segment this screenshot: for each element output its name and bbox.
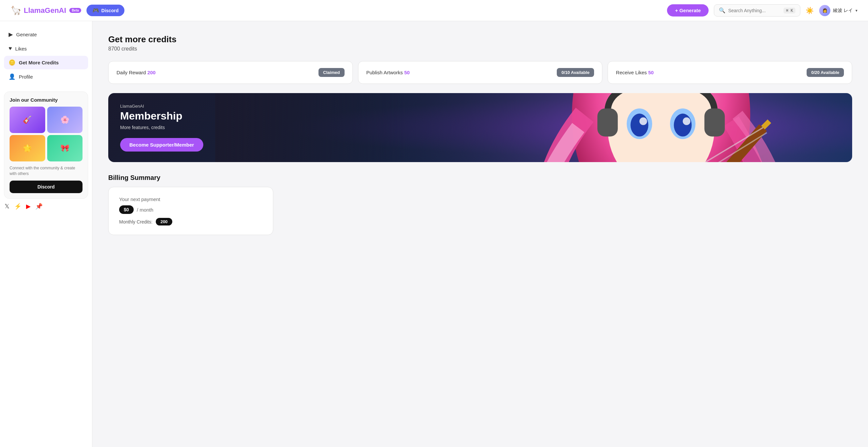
membership-subtitle: More features, credits: [120, 125, 203, 130]
avatar: 👩: [819, 5, 830, 16]
membership-title: Membership: [120, 110, 203, 122]
search-shortcut: ⌘ K: [783, 8, 796, 13]
daily-reward-badge[interactable]: Claimed: [318, 68, 345, 77]
sidebar-item-likes[interactable]: ♥ Likes: [4, 42, 88, 55]
profile-icon: 👤: [8, 73, 16, 80]
community-thumb-4: 🎀: [47, 135, 83, 161]
x-twitter-icon[interactable]: 𝕏: [5, 203, 9, 210]
membership-art: [215, 93, 852, 162]
svg-point-9: [630, 114, 648, 136]
sidebar-item-generate[interactable]: ▶ Generate: [4, 28, 88, 41]
community-thumb-2: 🌸: [47, 107, 83, 133]
publish-reward-label: Publish Artworks 50: [366, 70, 410, 75]
sidebar: ▶ Generate ♥ Likes 🪙 Get More Credits 👤 …: [0, 21, 92, 447]
likes-reward-label: Receive Likes 50: [616, 70, 653, 75]
sidebar-label-get-more-credits: Get More Credits: [19, 60, 59, 65]
search-input[interactable]: [728, 8, 781, 13]
per-month: / month: [137, 207, 153, 213]
generate-button[interactable]: + Generate: [667, 4, 709, 17]
social-icons: 𝕏 ⚡ ▶ 📌: [0, 199, 92, 210]
heart-icon: ♥: [8, 45, 12, 52]
sidebar-item-get-more-credits[interactable]: 🪙 Get More Credits: [4, 56, 88, 69]
discord-join-button[interactable]: Discord: [9, 181, 83, 193]
rewards-row: Daily Reward 200 Claimed Publish Artwork…: [108, 61, 852, 84]
billing-title: Billing Summary: [108, 174, 852, 182]
community-description: Connect with the community & create with…: [9, 166, 83, 177]
payment-row: $0 / month: [119, 205, 262, 214]
username: 綾波 レイ: [833, 8, 853, 13]
discord-social-icon[interactable]: ⚡: [14, 203, 22, 210]
reward-card-daily: Daily Reward 200 Claimed: [108, 61, 353, 84]
svg-rect-13: [597, 109, 618, 137]
svg-point-12: [683, 118, 690, 125]
main-content: Get more credits 8700 credits Daily Rewa…: [92, 21, 868, 447]
youtube-icon[interactable]: ▶: [26, 203, 31, 210]
publish-reward-badge[interactable]: 0/10 Available: [557, 68, 594, 77]
community-grid: 🎸 🌸 🌟 🎀: [9, 107, 83, 161]
likes-reward-badge[interactable]: 0/20 Available: [807, 68, 844, 77]
search-box[interactable]: 🔍 ⌘ K: [714, 4, 800, 17]
page-title: Get more credits: [108, 34, 852, 44]
sidebar-label-generate: Generate: [16, 32, 37, 37]
reward-card-publish: Publish Artworks 50 0/10 Available: [358, 61, 603, 84]
coins-icon: 🪙: [8, 59, 16, 66]
billing-card: Your next payment $0 / month Monthly Cre…: [108, 187, 273, 235]
topnav: 🦙 LlamaGenAI Beta 🎮 Discord + Generate 🔍…: [0, 0, 868, 21]
monthly-credits-label: Monthly Credits:: [119, 219, 153, 225]
pinterest-icon[interactable]: 📌: [35, 203, 42, 210]
svg-rect-14: [704, 109, 725, 137]
daily-reward-amount: 200: [147, 70, 155, 75]
user-area[interactable]: 👩 綾波 レイ ▾: [819, 5, 858, 16]
sidebar-label-likes: Likes: [15, 46, 27, 52]
likes-reward-amount: 50: [648, 70, 654, 75]
sidebar-label-profile: Profile: [19, 74, 33, 80]
svg-point-11: [639, 118, 647, 125]
price-badge: $0: [119, 205, 134, 214]
beta-badge: Beta: [69, 8, 81, 13]
community-thumb-1: 🎸: [9, 107, 45, 133]
sidebar-item-profile[interactable]: 👤 Profile: [4, 70, 88, 84]
discord-icon: 🎮: [92, 7, 99, 13]
credits-count: 8700 credits: [108, 46, 852, 52]
monthly-credits-row: Monthly Credits: 200: [119, 218, 262, 226]
sidebar-nav: ▶ Generate ♥ Likes 🪙 Get More Credits 👤 …: [0, 28, 92, 84]
chevron-down-icon: ▾: [856, 8, 858, 13]
reward-card-likes: Receive Likes 50 0/20 Available: [608, 61, 852, 84]
logo-text: LlamaGenAI: [24, 6, 66, 15]
logo-icon: 🦙: [10, 5, 21, 16]
play-icon: ▶: [8, 31, 13, 38]
anime-art-svg: [215, 93, 852, 162]
discord-nav-label: Discord: [101, 8, 119, 13]
discord-nav-button[interactable]: 🎮 Discord: [87, 5, 124, 16]
theme-toggle-icon[interactable]: ☀️: [806, 7, 814, 14]
community-thumb-3: 🌟: [9, 135, 45, 161]
app-body: ▶ Generate ♥ Likes 🪙 Get More Credits 👤 …: [0, 21, 868, 447]
svg-point-10: [674, 114, 692, 136]
membership-brand: LlamaGenAI: [120, 104, 203, 109]
logo-area: 🦙 LlamaGenAI Beta: [10, 5, 81, 16]
next-payment-label: Your next payment: [119, 197, 262, 202]
publish-reward-amount: 50: [404, 70, 410, 75]
membership-text: LlamaGenAI Membership More features, cre…: [108, 93, 215, 162]
svg-point-6: [608, 93, 715, 162]
avatar-placeholder: 👩: [819, 5, 830, 16]
generate-label: + Generate: [675, 8, 701, 13]
monthly-credits-value: 200: [156, 218, 172, 226]
search-icon: 🔍: [719, 7, 725, 13]
membership-banner: LlamaGenAI Membership More features, cre…: [108, 93, 852, 162]
daily-reward-label: Daily Reward 200: [117, 70, 155, 75]
become-supporter-button[interactable]: Become Supporter/Member: [120, 138, 203, 152]
community-card: Join our Community 🎸 🌸 🌟 🎀 Connect with …: [4, 91, 88, 199]
community-title: Join our Community: [9, 97, 83, 103]
